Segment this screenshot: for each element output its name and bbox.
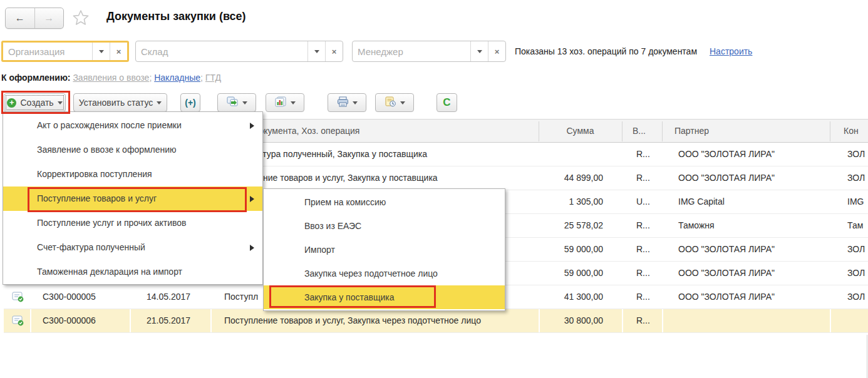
plus-icon: +	[7, 98, 16, 108]
set-status-label: Установить статус	[79, 98, 153, 108]
menu-item-goods-services-receipt[interactable]: Поступление товаров и услуг	[3, 186, 262, 211]
menu-item-import-application[interactable]: Заявление о ввозе к оформлению	[3, 138, 262, 162]
cell-sum: 59 000,00	[517, 262, 603, 285]
post-document-button[interactable]: (+)	[180, 93, 200, 112]
menu-item-label: Закупка через подотчетное лицо	[304, 268, 438, 278]
manager-clear-button[interactable]: ×	[488, 41, 505, 61]
table-right-border	[867, 335, 867, 378]
cell-sum	[517, 143, 603, 166]
cell-sum: 30 800,00	[517, 309, 603, 332]
create-button-label: Создать	[20, 98, 53, 108]
print-button[interactable]	[328, 93, 366, 112]
organization-dropdown-button[interactable]	[92, 43, 110, 60]
create-based-on-button[interactable]	[217, 93, 256, 112]
cell-partner: ООО "ЗОЛОТАЯ ЛИРА"	[678, 238, 832, 261]
organization-filter[interactable]: Организация ×	[1, 41, 129, 62]
warehouse-dropdown-button[interactable]	[307, 41, 325, 61]
submenu-item-purchase-via-accountable[interactable]: Закупка через подотчетное лицо	[264, 262, 505, 285]
nav-history-group: ← →	[5, 8, 64, 29]
column-header-partner[interactable]: Партнер	[674, 120, 828, 142]
chevron-down-icon	[99, 50, 104, 53]
submenu-item-purchase-from-supplier[interactable]: Закупка у поставщика	[264, 285, 505, 309]
cell-currency: U...	[636, 190, 664, 213]
menu-item-services-other-assets[interactable]: Поступление услуг и прочих активов	[3, 211, 262, 235]
organization-placeholder: Организация	[3, 43, 92, 60]
cell-currency: R...	[636, 309, 664, 332]
menu-item-invoice-received[interactable]: Счет-фактура полученный	[3, 235, 262, 260]
cell-doc-type: Счет-фактура полученный, Закупка у поста…	[224, 143, 541, 166]
scheduled-docs-button[interactable]	[375, 93, 414, 112]
chevron-down-icon	[58, 101, 63, 105]
column-header-sum[interactable]: Сумма	[539, 120, 622, 142]
cell-counterparty: ЗОЛ	[847, 262, 868, 285]
submenu-item-eaeu-import[interactable]: Ввоз из ЕАЭС	[264, 214, 505, 238]
cell-partner: ООО "ЗОЛОТАЯ ЛИРА"	[678, 143, 832, 166]
cell-currency: R...	[636, 262, 664, 285]
cell-doc-type: Поступление товаров и услуг, Закупка у п…	[224, 166, 541, 190]
posted-document-icon	[12, 315, 24, 329]
cell-partner	[678, 309, 832, 332]
cell-sum: 59 000,00	[517, 238, 603, 261]
import-applications-link[interactable]: Заявления о ввозе	[73, 73, 149, 83]
column-header-counterparty[interactable]: Кон	[844, 120, 868, 142]
submenu-item-commission[interactable]: Прием на комиссию	[264, 190, 505, 214]
report-chart-icon	[275, 96, 287, 109]
manager-dropdown-button[interactable]	[470, 41, 488, 61]
cell-counterparty: ЗОЛ	[847, 285, 868, 309]
cell-date: 21.05.2017	[147, 309, 212, 332]
gtd-link[interactable]: ГТД	[205, 73, 221, 83]
warehouse-filter[interactable]: Склад ×	[135, 41, 343, 62]
manager-filter[interactable]: Менеджер ×	[352, 41, 506, 62]
back-button[interactable]: ←	[6, 8, 35, 28]
operation-submenu: Прием на комиссию Ввоз из ЕАЭС Импорт За…	[263, 188, 505, 311]
favorite-star-icon[interactable]	[71, 8, 91, 28]
warehouse-placeholder: Склад	[136, 41, 307, 61]
records-summary: Показаны 13 хоз. операций по 7 документа…	[515, 46, 697, 56]
cell-doc-type: Поступление товаров и услуг, Закупка чер…	[224, 309, 541, 332]
refresh-button[interactable]: C	[437, 93, 457, 112]
cell-partner: ООО "ЗОЛОТАЯ ЛИРА"	[678, 262, 832, 285]
create-menu: Акт о расхождениях после приемки Заявлен…	[3, 111, 263, 285]
cell-sum: 1 305,00	[517, 190, 603, 213]
chevron-down-icon	[157, 101, 162, 105]
menu-item-label: Импорт	[304, 245, 335, 255]
table-row-selected[interactable]: С300-000006 21.05.2017 Поступление товар…	[4, 309, 868, 333]
clear-icon: ×	[116, 47, 121, 56]
cell-number: С300-000005	[43, 285, 133, 309]
chevron-down-icon	[477, 50, 482, 53]
page-title: Документы закупки (все)	[106, 10, 246, 23]
cell-counterparty: ЗОЛ	[847, 143, 868, 166]
configure-link[interactable]: Настроить	[710, 46, 752, 56]
cell-partner: ООО "ЗОЛОТАЯ ЛИРА"	[678, 166, 832, 190]
column-header-currency[interactable]: В...	[633, 120, 663, 142]
manager-placeholder: Менеджер	[353, 41, 470, 61]
reports-button[interactable]	[266, 93, 304, 112]
submenu-arrow-icon	[250, 196, 254, 202]
posted-document-icon	[12, 292, 24, 305]
cell-date: 14.05.2017	[147, 285, 212, 309]
cell-counterparty	[847, 309, 868, 332]
menu-item-customs-declaration[interactable]: Таможенная декларация на импорт	[3, 260, 262, 284]
forward-button[interactable]: →	[35, 8, 64, 28]
cell-sum: 44 899,00	[517, 166, 603, 190]
warehouse-clear-button[interactable]: ×	[325, 41, 343, 61]
forward-arrow-icon: →	[44, 13, 54, 24]
column-header-doc-type[interactable]: Тип документа, Хоз. операция	[237, 120, 541, 142]
chevron-down-icon	[400, 101, 405, 105]
to-register-line: К оформлению: Заявления о ввозе; Накладн…	[1, 73, 221, 83]
menu-item-receipt-correction[interactable]: Корректировка поступления	[3, 162, 262, 186]
submenu-item-import[interactable]: Импорт	[264, 238, 505, 262]
menu-item-discrepancy-act[interactable]: Акт о расхождениях после приемки	[3, 113, 262, 138]
waybills-link[interactable]: Накладные	[154, 73, 200, 83]
organization-clear-button[interactable]: ×	[110, 43, 127, 60]
cell-currency: R...	[636, 285, 664, 309]
document-clock-icon	[385, 96, 396, 109]
menu-item-label: Акт о расхождениях после приемки	[37, 120, 182, 130]
submenu-arrow-icon	[250, 123, 254, 129]
separator: ;	[200, 73, 205, 83]
menu-item-label: Поступление услуг и прочих активов	[37, 218, 187, 228]
cell-sum: 25 578,02	[517, 214, 603, 237]
create-button[interactable]: + Создать	[4, 93, 66, 112]
cell-partner: ООО "ЗОЛОТАЯ ЛИРА"	[678, 285, 832, 309]
set-status-button[interactable]: Установить статус	[73, 93, 167, 112]
